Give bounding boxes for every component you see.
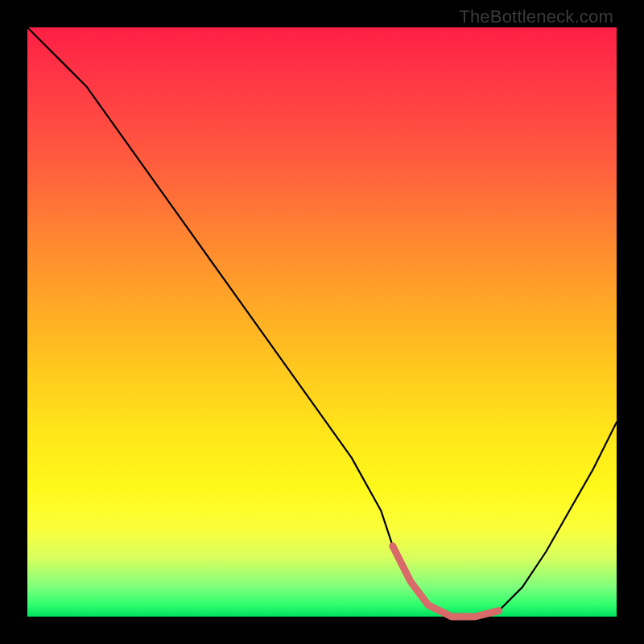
highlight-segment xyxy=(393,546,499,617)
watermark-text: TheBottleneck.com xyxy=(459,6,613,27)
plot-area xyxy=(27,27,617,617)
chart-frame: TheBottleneck.com xyxy=(0,0,644,644)
chart-svg xyxy=(27,27,617,617)
bottleneck-curve xyxy=(27,27,617,617)
